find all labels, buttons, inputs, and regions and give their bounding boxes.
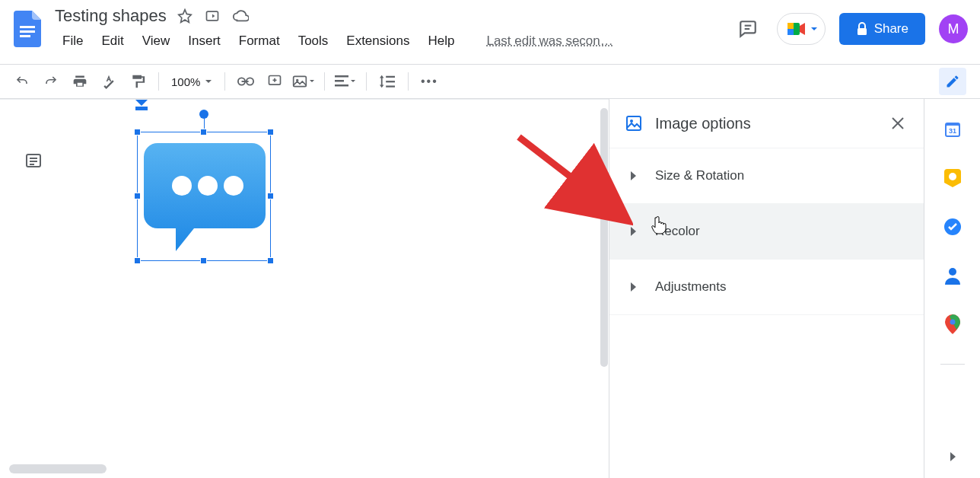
toolbar-separator [366,72,367,91]
svg-rect-22 [387,81,396,82]
svg-rect-9 [858,28,867,35]
title-block: Testing shapes File Edit View Insert For… [55,6,621,52]
chat-bubble-image [138,132,272,262]
resize-handle[interactable] [200,129,207,135]
collapse-sidepanel-button[interactable] [947,451,959,463]
image-button[interactable] [291,70,317,93]
svg-point-41 [949,268,956,276]
svg-rect-0 [20,26,35,28]
menu-bar: File Edit View Insert Format Tools Exten… [55,30,621,52]
toolbar-separator [224,72,225,91]
show-outline-button[interactable] [21,148,46,173]
section-recolor[interactable]: Recolor [609,204,924,260]
toolbar-separator [324,72,325,91]
insert-link-button[interactable] [233,70,259,93]
keep-icon[interactable] [943,169,962,187]
section-label: Recolor [655,224,700,239]
document-canvas[interactable] [0,99,609,478]
chevron-right-icon [628,282,638,292]
avatar-letter: M [948,21,959,37]
undo-button[interactable] [9,70,35,93]
line-spacing-button[interactable] [374,70,400,93]
menu-edit[interactable]: Edit [94,30,131,52]
section-adjustments[interactable]: Adjustments [609,260,924,315]
maps-icon[interactable] [943,315,962,333]
svg-point-33 [630,120,633,123]
resize-handle[interactable] [134,193,141,199]
caret-down-icon [810,24,819,33]
svg-point-39 [949,173,956,180]
horizontal-scrollbar[interactable] [9,464,107,473]
resize-handle[interactable] [134,129,141,135]
zoom-select[interactable]: 100% [167,75,217,88]
tasks-icon[interactable] [943,218,962,236]
contacts-icon[interactable] [943,266,962,285]
resize-handle[interactable] [267,129,274,135]
svg-rect-23 [387,85,396,87]
section-label: Size & Rotation [655,168,744,183]
comment-history-button[interactable] [733,14,763,44]
caret-down-icon [309,78,315,84]
svg-rect-21 [387,76,396,78]
cloud-status-icon[interactable] [232,8,249,24]
svg-rect-32 [627,116,641,130]
zoom-value: 100% [171,75,200,88]
header-right: Share M [733,6,968,52]
caret-down-icon [350,78,356,84]
menu-tools[interactable]: Tools [291,30,336,52]
resize-handle[interactable] [267,193,274,199]
doc-title[interactable]: Testing shapes [55,6,167,26]
svg-point-42 [950,320,955,325]
menu-insert[interactable]: Insert [180,30,228,52]
meet-button[interactable] [777,13,826,45]
share-label: Share [874,21,908,37]
share-button[interactable]: Share [839,13,925,45]
menu-view[interactable]: View [135,30,178,52]
add-comment-button[interactable] [262,70,288,93]
selected-image[interactable] [137,132,271,261]
vertical-scrollbar[interactable] [600,108,608,367]
spellcheck-button[interactable] [96,70,122,93]
menu-help[interactable]: Help [420,30,462,52]
panel-title: Image options [655,115,875,132]
toolbar-separator [158,72,159,91]
account-avatar[interactable]: M [939,14,968,43]
more-button[interactable]: ••• [416,70,442,93]
menu-file[interactable]: File [55,30,91,52]
resize-handle[interactable] [267,257,274,264]
side-panel: 31 [924,99,980,478]
paint-format-button[interactable] [125,70,151,93]
ruler-indent-marker[interactable] [135,100,148,110]
redo-button[interactable] [38,70,64,93]
toolbar-separator [408,72,409,91]
svg-rect-2 [20,35,30,37]
menu-format[interactable]: Format [231,30,288,52]
close-panel-button[interactable] [887,113,908,134]
svg-rect-19 [335,80,344,82]
resize-handle[interactable] [134,257,141,264]
svg-rect-20 [335,84,348,87]
svg-point-30 [198,176,218,196]
section-size-rotation[interactable]: Size & Rotation [609,148,924,204]
lock-icon [856,22,868,36]
last-edit-link[interactable]: Last edit was secon… [479,30,620,52]
image-options-panel: Image options Size & Rotation Recolor Ad… [609,99,924,478]
chevron-right-icon [628,226,638,237]
calendar-icon[interactable]: 31 [943,120,962,139]
docs-logo[interactable] [12,9,43,49]
print-button[interactable] [67,70,93,93]
svg-rect-24 [135,107,148,110]
align-button[interactable] [332,70,358,93]
move-icon[interactable] [205,8,220,24]
image-icon [625,114,643,132]
star-icon[interactable] [177,8,192,24]
resize-handle[interactable] [200,257,207,264]
rotate-handle[interactable] [199,110,208,119]
meet-icon [787,21,807,37]
panel-header: Image options [609,99,924,148]
svg-rect-1 [20,30,35,33]
workspace: Image options Size & Rotation Recolor Ad… [0,99,980,478]
svg-rect-8 [788,29,794,35]
editing-mode-button[interactable] [939,68,966,95]
menu-extensions[interactable]: Extensions [339,30,417,52]
